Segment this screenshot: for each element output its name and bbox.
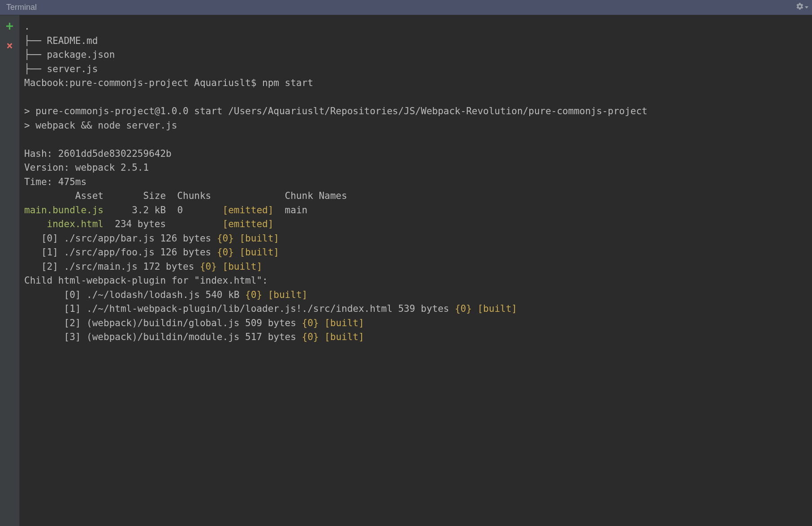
- gear-icon: [796, 2, 804, 13]
- terminal-gutter: + ×: [0, 15, 20, 526]
- titlebar: Terminal: [0, 0, 812, 15]
- settings-button[interactable]: [796, 2, 808, 13]
- close-session-button[interactable]: ×: [6, 40, 13, 51]
- terminal-body: + × . ├── README.md ├── package.json ├──…: [0, 15, 812, 526]
- new-session-button[interactable]: +: [6, 20, 13, 32]
- chevron-down-icon: [805, 6, 808, 9]
- terminal-window: Terminal + × . ├── README.md ├── package…: [0, 0, 812, 526]
- panel-title: Terminal: [6, 3, 37, 12]
- terminal-output[interactable]: . ├── README.md ├── package.json ├── ser…: [20, 15, 812, 526]
